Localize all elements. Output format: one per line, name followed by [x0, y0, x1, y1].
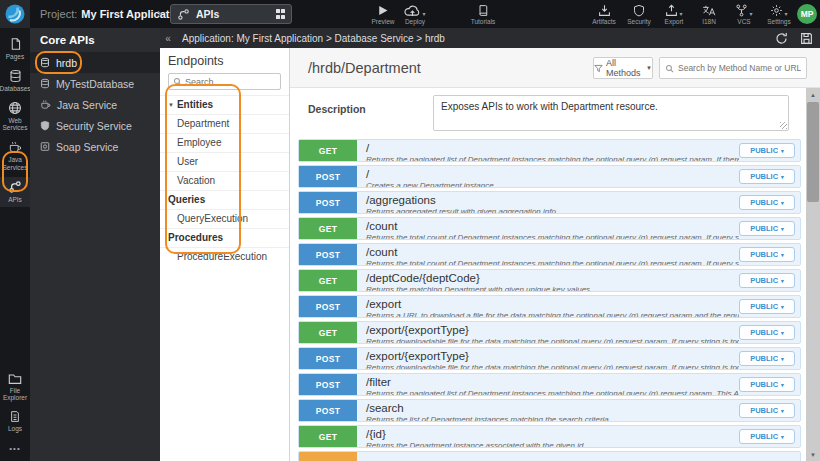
api-row-partial[interactable]	[298, 451, 801, 461]
core-api-item-hrdb[interactable]: hrdb	[30, 52, 160, 73]
api-row[interactable]: POST /export Returns a URL to download a…	[298, 295, 801, 318]
endpoint-description: Returns downloadable file for the data m…	[366, 337, 730, 343]
sidebar-item-java-services[interactable]: Java Services	[0, 137, 30, 175]
endpoint-path: /export/{exportType}	[366, 324, 730, 337]
api-node-icon	[177, 8, 190, 21]
breadcrumb-bar: « Application: My First Application > Da…	[160, 28, 820, 48]
caret-down-icon: ▾	[781, 226, 784, 232]
chevron-down-icon: ▾	[749, 10, 752, 17]
method-search[interactable]	[659, 57, 807, 79]
access-dropdown[interactable]: PUBLIC▾	[739, 429, 795, 444]
access-dropdown[interactable]: PUBLIC▾	[739, 195, 795, 210]
more-options-icon[interactable]: •••	[9, 438, 20, 461]
tab-apis[interactable]: APIs	[170, 4, 292, 24]
tree-item-user[interactable]: User	[160, 152, 289, 171]
security-button[interactable]: Security	[626, 3, 652, 25]
access-dropdown[interactable]: PUBLIC▾	[739, 325, 795, 340]
core-api-item-soap-service[interactable]: Soap Service	[30, 136, 160, 157]
chevron-down-icon: ▾	[679, 10, 682, 17]
tutorials-button[interactable]: Tutorials	[470, 3, 496, 25]
access-dropdown[interactable]: PUBLIC▾	[739, 221, 795, 236]
project-label: Project:	[40, 8, 77, 20]
core-api-item-security-service[interactable]: Security Service	[30, 115, 160, 136]
tree-item-employee[interactable]: Employee	[160, 133, 289, 152]
main-header: /hrdb/Department All Methods ▼	[290, 48, 820, 88]
access-dropdown[interactable]: PUBLIC▾	[739, 299, 795, 314]
app-logo[interactable]	[0, 0, 30, 28]
api-row[interactable]: GET /count Returns the total count of De…	[298, 217, 801, 240]
save-icon[interactable]	[800, 32, 813, 45]
access-dropdown[interactable]: PUBLIC▾	[739, 247, 795, 262]
api-row[interactable]: POST /export/{exportType} Returns downlo…	[298, 347, 801, 370]
api-row[interactable]: GET /export/{exportType} Returns downloa…	[298, 321, 801, 344]
tree-item-vacation[interactable]: Vacation	[160, 171, 289, 190]
endpoint-description: Creates a new Department instance.	[366, 181, 730, 187]
chevron-down-icon: ▾	[784, 10, 787, 17]
access-dropdown[interactable]: PUBLIC▾	[739, 351, 795, 366]
sidebar-item-web-services[interactable]: Web Services	[0, 98, 30, 136]
sidebar-item-file-explorer[interactable]: File Explorer	[0, 369, 30, 406]
tree-item-department[interactable]: Department	[160, 114, 289, 133]
vcs-button[interactable]: ▾ VCS	[731, 3, 757, 25]
access-dropdown[interactable]: PUBLIC▾	[739, 403, 795, 418]
caret-down-icon: ▾	[781, 278, 784, 284]
endpoint-description: Returns downloadable file for the data m…	[366, 363, 730, 369]
deploy-button[interactable]: ▾ Deploy	[402, 3, 428, 25]
api-row[interactable]: POST /filter Returns the paginated list …	[298, 373, 801, 396]
scroll-down-icon[interactable]: ▼	[806, 448, 820, 461]
sidebar-item-databases[interactable]: Databases	[0, 66, 30, 96]
access-dropdown[interactable]: PUBLIC▾	[739, 377, 795, 392]
method-search-input[interactable]	[678, 63, 801, 73]
method-badge: POST	[299, 296, 357, 317]
sidebar-item-apis[interactable]: APIs	[0, 177, 30, 207]
artifacts-button[interactable]: Artifacts	[591, 3, 617, 25]
database-icon	[40, 78, 50, 89]
methods-filter-dropdown[interactable]: All Methods ▼	[593, 57, 653, 79]
method-badge: GET	[299, 140, 357, 161]
page-icon	[9, 37, 22, 51]
core-api-item-java-service[interactable]: Java Service	[30, 94, 160, 115]
api-row[interactable]: POST /aggregations Returns aggregated re…	[298, 191, 801, 214]
sidebar-item-pages[interactable]: Pages	[0, 34, 30, 64]
api-row[interactable]: GET /{id} Returns the Department instanc…	[298, 425, 801, 448]
endpoints-search-input[interactable]	[185, 77, 276, 87]
api-row[interactable]: POST /count Returns the total count of D…	[298, 243, 801, 266]
grid-icon[interactable]	[276, 9, 286, 19]
access-dropdown[interactable]: PUBLIC▾	[739, 273, 795, 288]
vertical-scrollbar[interactable]: ▲ ▼	[806, 88, 820, 461]
i18n-button[interactable]: I18N	[696, 3, 722, 25]
coffee-icon	[8, 140, 22, 154]
user-avatar[interactable]: MP	[797, 4, 817, 24]
core-apis-panel: Core APIs hrdb MyTestDatabase	[30, 28, 160, 461]
refresh-icon[interactable]	[775, 32, 788, 45]
tree-item-procedureexecution[interactable]: ProcedureExecution	[160, 247, 289, 266]
resize-grip-icon[interactable]	[780, 122, 787, 129]
collapse-panel-button[interactable]: «	[160, 33, 176, 44]
tree-group-entities[interactable]: ▼Entities	[160, 95, 289, 114]
api-row[interactable]: POST /search Returns the list of Departm…	[298, 399, 801, 422]
method-badge	[299, 452, 357, 461]
description-textarea[interactable]: Exposes APIs to work with Department res…	[433, 95, 789, 131]
access-dropdown[interactable]: PUBLIC▾	[739, 169, 795, 184]
scroll-up-icon[interactable]: ▲	[806, 88, 820, 101]
tree-group-procedures[interactable]: Procedures	[160, 228, 289, 247]
topbar-right-actions: Artifacts Security ▾	[591, 3, 792, 25]
scrollbar-thumb[interactable]	[807, 102, 819, 202]
tree-item-queryexecution[interactable]: QueryExecution	[160, 209, 289, 228]
api-row[interactable]: GET / Returns the paginated list of Depa…	[298, 139, 801, 162]
endpoint-description: Returns the matching Department with giv…	[366, 285, 730, 291]
folder-icon	[8, 372, 22, 385]
api-node-icon	[8, 180, 22, 194]
endpoints-search[interactable]	[168, 73, 281, 90]
book-icon	[477, 3, 489, 17]
export-button[interactable]: ▾ Export	[661, 3, 687, 25]
tree-group-queries[interactable]: Queries	[160, 190, 289, 209]
core-api-item-mytestdatabase[interactable]: MyTestDatabase	[30, 73, 160, 94]
sidebar-item-logs[interactable]: Logs	[0, 407, 30, 436]
api-row[interactable]: POST / Creates a new Department instance…	[298, 165, 801, 188]
access-dropdown[interactable]: PUBLIC▾	[739, 143, 795, 158]
api-row[interactable]: GET /deptCode/{deptCode} Returns the mat…	[298, 269, 801, 292]
preview-button[interactable]: Preview	[370, 3, 396, 25]
description-row: Description Exposes APIs to work with De…	[290, 88, 803, 138]
settings-button[interactable]: ▾ Settings	[766, 3, 792, 25]
